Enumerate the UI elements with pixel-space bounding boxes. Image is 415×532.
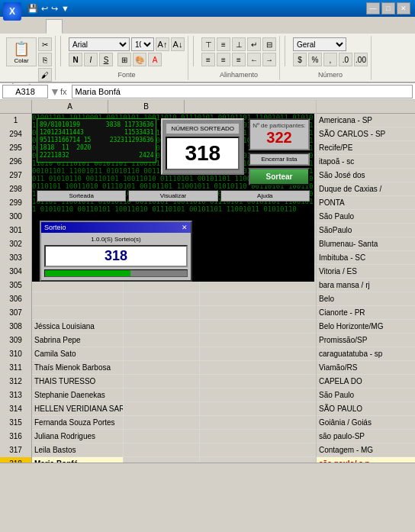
right-cell-11[interactable]: Imbituba - SC [317,251,415,265]
underline-button[interactable]: S [99,53,113,66]
comma-button[interactable]: , [323,53,337,66]
cell-a-317[interactable]: Leila Bastos [32,443,124,456]
bold-button[interactable]: N [69,53,82,66]
right-cell-19[interactable]: Viamão/RS [317,361,415,375]
tab-dados[interactable] [113,19,130,34]
right-cell-6[interactable]: Duque de Caxias / [317,182,415,196]
format-painter-button[interactable]: 🖌 [38,68,52,82]
align-bottom-button[interactable]: ⊥ [232,37,246,51]
cell-reference-input[interactable] [2,85,48,98]
row-num-314[interactable]: 314 [0,402,31,416]
cell-b-315[interactable] [124,416,200,429]
row-num-300[interactable]: 300 [0,210,31,224]
italic-button[interactable]: I [84,53,98,66]
cell-a-308[interactable]: Jéssica Louisiana [32,320,124,333]
cell-a-318[interactable]: Maria Bonfá [32,457,124,463]
right-cell-1[interactable]: Americana - SP [317,114,415,127]
row-num-318[interactable]: 318 [0,457,31,463]
right-cell-22[interactable]: SÃO PAULO [317,402,415,416]
wrap-text-button[interactable]: ↵ [247,37,261,51]
right-cell-8[interactable]: São Paulo [317,210,415,224]
row-num-316[interactable]: 316 [0,430,31,443]
sortear-button[interactable]: Sortear [249,168,310,185]
row-num-305[interactable]: 305 [0,279,31,292]
row-num-307[interactable]: 307 [0,306,31,320]
right-cell-4[interactable]: itapoã - sc [317,155,415,169]
encerrar-button[interactable]: Encerrar lista [249,153,310,166]
tab-layout[interactable] [79,19,96,34]
font-name-select[interactable]: Arial [69,37,130,51]
decrease-font-button[interactable]: A↓ [171,37,185,51]
cell-a-316[interactable]: Juliana Rodrigues [32,430,124,443]
align-top-button[interactable]: ⊤ [201,37,215,51]
cell-a-310[interactable]: Camila Sato [32,347,124,360]
cell-a-314[interactable]: HELLEN VERIDIANA SARTORI [32,402,124,415]
row-num-310[interactable]: 310 [0,347,31,361]
currency-button[interactable]: $ [293,53,307,66]
row-num-299[interactable]: 299 [0,196,31,210]
right-cell-14[interactable]: Belo [317,292,415,306]
align-center-button[interactable]: ≡ [217,53,230,66]
border-button[interactable]: ⊞ [117,53,131,66]
row-num-311[interactable]: 311 [0,361,31,375]
tab-formulas[interactable] [96,19,113,34]
cell-b-307[interactable] [124,306,200,319]
number-format-select[interactable]: Geral [293,37,346,51]
cell-b-314[interactable] [124,402,200,415]
lottery-overlay[interactable]: 01001101 10110001 00110101 10011010 0111… [32,114,314,282]
col-header-b[interactable]: B [108,100,185,113]
right-cell-10[interactable]: Blumenau- Santa [317,237,415,251]
formula-input[interactable] [72,85,413,98]
cut-button[interactable]: ✂ [38,37,52,51]
right-cell-18[interactable]: caraguatatuba - sp [317,347,415,361]
cell-a-311[interactable]: Thaís Mienok Barbosa [32,361,124,374]
row-num-308[interactable]: 308 [0,320,31,334]
cell-b-318[interactable] [124,457,200,463]
right-cell-16[interactable]: Belo Horizonte/MG [317,320,415,334]
right-cell-24[interactable]: são paulo-SP [317,430,415,443]
percent-button[interactable]: % [308,53,322,66]
row-num-312[interactable]: 312 [0,375,31,389]
col-header-a[interactable]: A [32,100,108,113]
cell-a-306[interactable] [32,292,124,305]
align-left-button[interactable]: ≡ [201,53,215,66]
right-cell-3[interactable]: Recife/PE [317,141,415,155]
tab-inserir[interactable] [63,19,79,34]
row-num-309[interactable]: 309 [0,334,31,347]
increase-decimal-button[interactable]: .00 [354,53,368,66]
cell-a-313[interactable]: Stephanie Daenekas [32,389,124,401]
cell-a-312[interactable]: THAIS TURESSO [32,375,124,388]
merge-button[interactable]: ⊟ [262,37,276,51]
tab-revisao[interactable] [130,19,146,34]
right-cell-2[interactable]: SÃO CARLOS - SP [317,127,415,141]
row-num-302[interactable]: 302 [0,237,31,251]
tab-inicio[interactable] [46,19,63,34]
cell-b-313[interactable] [124,389,200,401]
row-num-295[interactable]: 295 [0,141,31,155]
increase-font-button[interactable]: A↑ [156,37,169,51]
lottery2-close-icon[interactable]: ✕ [182,224,188,231]
cell-a-309[interactable]: Sabrina Pepe [32,334,124,347]
increase-indent-button[interactable]: → [262,53,276,66]
row-num-304[interactable]: 304 [0,265,31,279]
font-size-select[interactable]: 10 [131,37,154,51]
row-num-294[interactable]: 294 [0,127,31,141]
decrease-decimal-button[interactable]: .0 [339,53,352,66]
row-num-297[interactable]: 297 [0,169,31,182]
row-num-1[interactable]: 1 [0,114,31,127]
align-middle-button[interactable]: ≡ [217,37,230,51]
cell-b-306[interactable] [124,292,200,305]
window-controls[interactable]: — □ ✕ [366,2,410,15]
row-num-303[interactable]: 303 [0,251,31,265]
align-right-button[interactable]: ≡ [232,53,246,66]
tab-exibicao[interactable] [146,19,163,34]
close-button[interactable]: ✕ [397,2,410,15]
cell-b-316[interactable] [124,430,200,443]
right-cell-15[interactable]: Cianorte - PR [317,306,415,320]
right-cell-9[interactable]: SãoPaulo [317,224,415,237]
right-cell-26[interactable]: são paulo/ s.p [317,457,415,463]
right-cell-23[interactable]: Goiânia / Goiás [317,416,415,430]
right-cell-20[interactable]: CAPELA DO [317,375,415,389]
row-num-301[interactable]: 301 [0,224,31,237]
cell-b-310[interactable] [124,347,200,360]
